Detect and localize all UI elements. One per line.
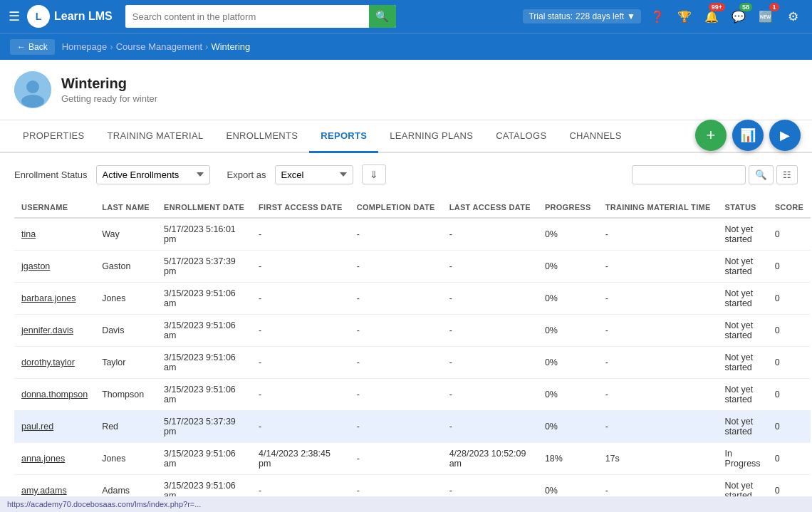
cell-score-0: 0 <box>768 218 811 251</box>
col-training-time: TRAINING MATERIAL TIME <box>598 197 718 218</box>
col-first-access: FIRST ACCESS DATE <box>251 197 350 218</box>
trial-badge[interactable]: Trial status: 228 days left ▼ <box>523 9 641 23</box>
cell-completion-6: - <box>350 411 442 443</box>
cell-first-access-6: - <box>251 411 350 443</box>
logo[interactable]: L Learn LMS <box>27 5 113 28</box>
table-search-input[interactable] <box>632 165 746 184</box>
add-fab-button[interactable]: + <box>695 120 727 151</box>
breadcrumb-homepage[interactable]: Homepage <box>62 41 108 52</box>
export-label: Export as <box>227 169 266 180</box>
play-fab-button[interactable]: ▶ <box>769 120 801 151</box>
cell-completion-5: - <box>350 379 442 411</box>
table-search-button[interactable]: 🔍 <box>749 165 774 184</box>
gear-icon: ⚙ <box>788 9 798 24</box>
table-row: paul.red Red 5/17/2023 5:37:39 pm - - - … <box>14 411 811 443</box>
tab-catalogs[interactable]: CATALOGS <box>484 120 558 153</box>
notifications-button[interactable]: 🔔 99+ <box>701 6 722 27</box>
cell-last-access-5: - <box>442 379 538 411</box>
trophy-button[interactable]: 🏆 <box>674 6 695 27</box>
cell-last-access-4: - <box>442 347 538 379</box>
cell-lastname-7: Jones <box>95 443 157 475</box>
col-status: STATUS <box>718 197 768 218</box>
bell-icon: 🔔 <box>704 10 719 23</box>
breadcrumb-course-management[interactable]: Course Management <box>116 41 202 52</box>
tab-reports[interactable]: REPORTS <box>309 120 378 153</box>
cell-username-3[interactable]: jennifer.davis <box>14 315 95 347</box>
settings-button[interactable]: ⚙ <box>782 6 803 27</box>
cell-enrollment-3: 3/15/2023 9:51:06 am <box>157 315 251 347</box>
cell-completion-2: - <box>350 283 442 315</box>
cell-training-time-5: - <box>598 379 718 411</box>
cell-last-access-1: - <box>442 251 538 283</box>
apps-button[interactable]: 🆕 1 <box>755 6 776 27</box>
logo-text: Learn LMS <box>54 10 113 23</box>
cell-username-5[interactable]: donna.thompson <box>14 379 95 411</box>
cell-training-time-6: - <box>598 411 718 443</box>
top-navigation: ☰ L Learn LMS 🔍 Trial status: 228 days l… <box>0 0 812 33</box>
cell-completion-1: - <box>350 251 442 283</box>
cell-progress-1: 0% <box>538 251 598 283</box>
trial-text: Trial status: <box>529 11 573 21</box>
back-arrow-icon: ← <box>17 42 26 52</box>
back-label: Back <box>28 42 48 52</box>
chart-icon: 📊 <box>740 127 756 143</box>
chart-fab-button[interactable]: 📊 <box>732 120 764 151</box>
cell-username-2[interactable]: barbara.jones <box>14 283 95 315</box>
cell-username-4[interactable]: dorothy.taylor <box>14 347 95 379</box>
cell-username-0[interactable]: tina <box>14 218 95 251</box>
search-button[interactable]: 🔍 <box>369 5 396 28</box>
cell-first-access-3: - <box>251 315 350 347</box>
cell-training-time-0: - <box>598 218 718 251</box>
cell-username-7[interactable]: anna.jones <box>14 443 95 475</box>
notifications-badge: 99+ <box>709 3 725 11</box>
cell-progress-3: 0% <box>538 315 598 347</box>
grid-view-button[interactable]: ☷ <box>776 165 798 184</box>
col-last-access: LAST ACCESS DATE <box>442 197 538 218</box>
cell-completion-0: - <box>350 218 442 251</box>
cell-training-time-7: 17s <box>598 443 718 475</box>
cell-first-access-1: - <box>251 251 350 283</box>
cell-first-access-7: 4/14/2023 2:38:45 pm <box>251 443 350 475</box>
filter-bar: Enrollment Status Active Enrollments All… <box>14 164 798 184</box>
tab-enrollments[interactable]: ENROLLMENTS <box>214 120 309 153</box>
cell-first-access-2: - <box>251 283 350 315</box>
table-row: jgaston Gaston 5/17/2023 5:37:39 pm - - … <box>14 251 811 283</box>
cell-training-time-3: - <box>598 315 718 347</box>
search-input[interactable] <box>125 5 369 28</box>
cell-score-7: 0 <box>768 443 811 475</box>
tab-channels[interactable]: CHANNELS <box>558 120 633 153</box>
hamburger-menu[interactable]: ☰ <box>9 9 20 24</box>
tab-properties[interactable]: PROPERTIES <box>11 120 96 153</box>
col-enrollment-date: ENROLLMENT DATE <box>157 197 251 218</box>
cell-username-6[interactable]: paul.red <box>14 411 95 443</box>
messages-badge: 58 <box>739 3 752 11</box>
cell-completion-4: - <box>350 347 442 379</box>
cell-score-6: 0 <box>768 411 811 443</box>
status-bar: https://academy70.docebosaas.com/lms/ind… <box>0 496 812 512</box>
col-username: USERNAME <box>14 197 95 218</box>
messages-button[interactable]: 💬 58 <box>728 6 749 27</box>
logo-icon: L <box>27 5 50 28</box>
course-tabs: PROPERTIES TRAINING MATERIAL ENROLLMENTS… <box>0 120 812 153</box>
tab-training-material[interactable]: TRAINING MATERIAL <box>96 120 215 153</box>
breadcrumb: Homepage › Course Management › Wintering <box>62 41 251 52</box>
export-select[interactable]: Excel CSV PDF <box>275 165 353 184</box>
cell-progress-5: 0% <box>538 379 598 411</box>
cell-status-0: Not yet started <box>718 218 768 251</box>
tab-learning-plans[interactable]: LEARNING PLANS <box>378 120 484 153</box>
course-header: Wintering Getting ready for winter + 📊 ▶ <box>0 60 812 120</box>
download-button[interactable]: ⇓ <box>362 164 386 184</box>
course-title: Wintering <box>61 75 157 92</box>
cell-last-access-0: - <box>442 218 538 251</box>
back-button[interactable]: ← Back <box>10 39 55 55</box>
cell-score-4: 0 <box>768 347 811 379</box>
cell-score-1: 0 <box>768 251 811 283</box>
svg-point-1 <box>26 80 39 93</box>
cell-lastname-4: Taylor <box>95 347 157 379</box>
enrollment-status-select[interactable]: Active Enrollments All Enrollments Compl… <box>96 165 210 184</box>
cell-training-time-2: - <box>598 283 718 315</box>
cell-last-access-6: - <box>442 411 538 443</box>
cell-username-1[interactable]: jgaston <box>14 251 95 283</box>
help-button[interactable]: ❓ <box>647 6 668 27</box>
cell-lastname-0: Way <box>95 218 157 251</box>
